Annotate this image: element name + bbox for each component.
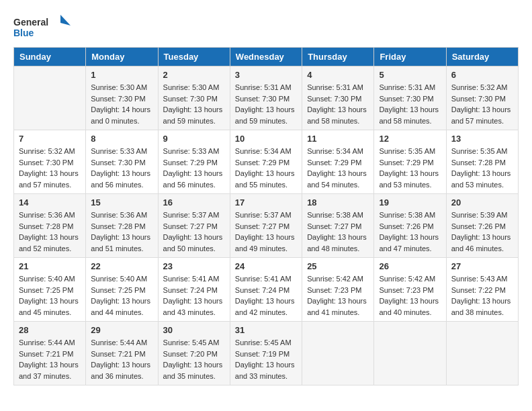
calendar-cell: 18 Sunrise: 5:38 AMSunset: 7:27 PMDaylig…	[302, 194, 374, 258]
day-detail: Sunrise: 5:42 AMSunset: 7:23 PMDaylight:…	[307, 273, 369, 318]
calendar-week-row: 21 Sunrise: 5:40 AMSunset: 7:25 PMDaylig…	[14, 258, 519, 322]
weekday-header-sunday: Sunday	[14, 48, 86, 66]
calendar-cell: 25 Sunrise: 5:42 AMSunset: 7:23 PMDaylig…	[302, 258, 374, 322]
calendar-cell: 5 Sunrise: 5:31 AMSunset: 7:30 PMDayligh…	[374, 66, 446, 130]
day-detail: Sunrise: 5:38 AMSunset: 7:27 PMDaylight:…	[307, 210, 369, 254]
day-number: 12	[379, 134, 441, 144]
day-number: 8	[91, 134, 152, 144]
calendar-cell	[14, 66, 86, 130]
calendar-cell: 6 Sunrise: 5:32 AMSunset: 7:30 PMDayligh…	[446, 66, 518, 130]
day-number: 31	[235, 325, 297, 335]
calendar-cell: 19 Sunrise: 5:38 AMSunset: 7:26 PMDaylig…	[374, 194, 446, 258]
weekday-header-thursday: Thursday	[302, 48, 374, 66]
day-detail: Sunrise: 5:35 AMSunset: 7:29 PMDaylight:…	[379, 146, 441, 190]
calendar-cell: 22 Sunrise: 5:40 AMSunset: 7:25 PMDaylig…	[86, 258, 158, 322]
day-number: 20	[451, 197, 513, 208]
day-number: 25	[307, 261, 369, 271]
day-detail: Sunrise: 5:40 AMSunset: 7:25 PMDaylight:…	[19, 273, 81, 318]
day-number: 16	[163, 197, 225, 208]
weekday-header-friday: Friday	[374, 48, 446, 66]
page-header: General Blue	[13, 13, 519, 40]
calendar-cell: 3 Sunrise: 5:31 AMSunset: 7:30 PMDayligh…	[230, 66, 302, 130]
day-number: 2	[163, 70, 225, 80]
day-number: 23	[163, 261, 225, 271]
calendar-cell: 14 Sunrise: 5:36 AMSunset: 7:28 PMDaylig…	[14, 194, 86, 258]
day-detail: Sunrise: 5:36 AMSunset: 7:28 PMDaylight:…	[91, 210, 152, 254]
logo: General Blue	[13, 13, 74, 40]
day-detail: Sunrise: 5:34 AMSunset: 7:29 PMDaylight:…	[307, 146, 369, 190]
calendar-cell: 28 Sunrise: 5:44 AMSunset: 7:21 PMDaylig…	[14, 322, 86, 385]
calendar-cell: 20 Sunrise: 5:39 AMSunset: 7:26 PMDaylig…	[446, 194, 518, 258]
day-number: 13	[451, 134, 513, 144]
calendar-cell: 21 Sunrise: 5:40 AMSunset: 7:25 PMDaylig…	[14, 258, 86, 322]
day-detail: Sunrise: 5:32 AMSunset: 7:30 PMDaylight:…	[451, 82, 513, 126]
weekday-header-monday: Monday	[86, 48, 158, 66]
calendar-body: 1 Sunrise: 5:30 AMSunset: 7:30 PMDayligh…	[14, 66, 519, 385]
svg-text:Blue: Blue	[13, 28, 34, 38]
calendar-cell	[302, 322, 374, 385]
day-number: 11	[307, 134, 369, 144]
calendar-cell: 10 Sunrise: 5:34 AMSunset: 7:29 PMDaylig…	[230, 130, 302, 194]
day-detail: Sunrise: 5:41 AMSunset: 7:24 PMDaylight:…	[163, 273, 225, 318]
calendar-cell: 29 Sunrise: 5:44 AMSunset: 7:21 PMDaylig…	[86, 322, 158, 385]
day-number: 4	[307, 70, 369, 80]
day-detail: Sunrise: 5:40 AMSunset: 7:25 PMDaylight:…	[91, 273, 152, 318]
calendar-cell: 24 Sunrise: 5:41 AMSunset: 7:24 PMDaylig…	[230, 258, 302, 322]
day-detail: Sunrise: 5:45 AMSunset: 7:19 PMDaylight:…	[235, 337, 297, 381]
day-detail: Sunrise: 5:37 AMSunset: 7:27 PMDaylight:…	[235, 210, 297, 254]
day-detail: Sunrise: 5:41 AMSunset: 7:24 PMDaylight:…	[235, 273, 297, 318]
day-number: 9	[163, 134, 225, 144]
day-detail: Sunrise: 5:43 AMSunset: 7:22 PMDaylight:…	[451, 273, 513, 318]
calendar-week-row: 7 Sunrise: 5:32 AMSunset: 7:30 PMDayligh…	[14, 130, 519, 194]
day-detail: Sunrise: 5:44 AMSunset: 7:21 PMDaylight:…	[19, 337, 81, 381]
day-number: 6	[451, 70, 513, 80]
day-number: 19	[379, 197, 441, 208]
day-detail: Sunrise: 5:36 AMSunset: 7:28 PMDaylight:…	[19, 210, 81, 254]
calendar-cell: 12 Sunrise: 5:35 AMSunset: 7:29 PMDaylig…	[374, 130, 446, 194]
day-number: 29	[91, 325, 152, 335]
day-detail: Sunrise: 5:34 AMSunset: 7:29 PMDaylight:…	[235, 146, 297, 190]
general-blue-logo: General Blue	[13, 13, 74, 40]
day-detail: Sunrise: 5:33 AMSunset: 7:30 PMDaylight:…	[91, 146, 152, 190]
day-detail: Sunrise: 5:42 AMSunset: 7:23 PMDaylight:…	[379, 273, 441, 318]
day-number: 21	[19, 261, 81, 271]
day-detail: Sunrise: 5:37 AMSunset: 7:27 PMDaylight:…	[163, 210, 225, 254]
calendar-cell: 17 Sunrise: 5:37 AMSunset: 7:27 PMDaylig…	[230, 194, 302, 258]
day-detail: Sunrise: 5:38 AMSunset: 7:26 PMDaylight:…	[379, 210, 441, 254]
svg-marker-2	[60, 15, 71, 26]
day-number: 5	[379, 70, 441, 80]
calendar-cell: 2 Sunrise: 5:30 AMSunset: 7:30 PMDayligh…	[158, 66, 230, 130]
calendar-cell: 1 Sunrise: 5:30 AMSunset: 7:30 PMDayligh…	[86, 66, 158, 130]
calendar-cell: 11 Sunrise: 5:34 AMSunset: 7:29 PMDaylig…	[302, 130, 374, 194]
weekday-header-tuesday: Tuesday	[158, 48, 230, 66]
svg-text:General: General	[13, 17, 48, 28]
day-detail: Sunrise: 5:30 AMSunset: 7:30 PMDaylight:…	[91, 82, 152, 126]
day-detail: Sunrise: 5:39 AMSunset: 7:26 PMDaylight:…	[451, 210, 513, 254]
weekday-header-row: SundayMondayTuesdayWednesdayThursdayFrid…	[14, 48, 519, 66]
day-number: 3	[235, 70, 297, 80]
day-detail: Sunrise: 5:30 AMSunset: 7:30 PMDaylight:…	[163, 82, 225, 126]
calendar-header: SundayMondayTuesdayWednesdayThursdayFrid…	[14, 48, 519, 66]
day-detail: Sunrise: 5:44 AMSunset: 7:21 PMDaylight:…	[91, 337, 152, 381]
calendar-week-row: 1 Sunrise: 5:30 AMSunset: 7:30 PMDayligh…	[14, 66, 519, 130]
day-number: 28	[19, 325, 81, 335]
calendar-cell: 8 Sunrise: 5:33 AMSunset: 7:30 PMDayligh…	[86, 130, 158, 194]
day-number: 1	[91, 70, 152, 80]
day-detail: Sunrise: 5:31 AMSunset: 7:30 PMDaylight:…	[379, 82, 441, 126]
calendar-table: SundayMondayTuesdayWednesdayThursdayFrid…	[13, 47, 519, 385]
day-detail: Sunrise: 5:35 AMSunset: 7:28 PMDaylight:…	[451, 146, 513, 190]
calendar-cell: 16 Sunrise: 5:37 AMSunset: 7:27 PMDaylig…	[158, 194, 230, 258]
day-number: 7	[19, 134, 81, 144]
day-number: 26	[379, 261, 441, 271]
calendar-cell: 9 Sunrise: 5:33 AMSunset: 7:29 PMDayligh…	[158, 130, 230, 194]
day-number: 17	[235, 197, 297, 208]
day-number: 15	[91, 197, 152, 208]
calendar-week-row: 14 Sunrise: 5:36 AMSunset: 7:28 PMDaylig…	[14, 194, 519, 258]
calendar-cell: 23 Sunrise: 5:41 AMSunset: 7:24 PMDaylig…	[158, 258, 230, 322]
day-detail: Sunrise: 5:31 AMSunset: 7:30 PMDaylight:…	[307, 82, 369, 126]
calendar-cell: 26 Sunrise: 5:42 AMSunset: 7:23 PMDaylig…	[374, 258, 446, 322]
calendar-cell: 31 Sunrise: 5:45 AMSunset: 7:19 PMDaylig…	[230, 322, 302, 385]
calendar-week-row: 28 Sunrise: 5:44 AMSunset: 7:21 PMDaylig…	[14, 322, 519, 385]
day-number: 14	[19, 197, 81, 208]
day-number: 22	[91, 261, 152, 271]
